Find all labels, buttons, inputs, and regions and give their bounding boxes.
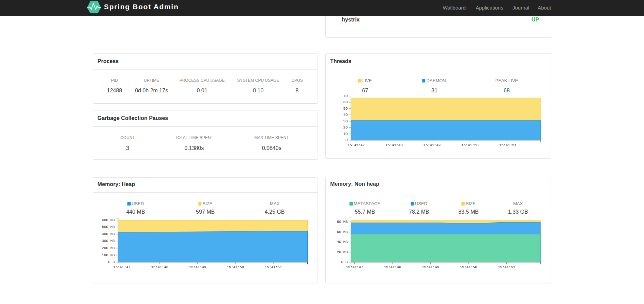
svg-text:4O MB: 4O MB [337, 240, 348, 244]
svg-text:15:41:49: 15:41:49 [424, 143, 441, 147]
svg-text:O: O [346, 138, 348, 142]
svg-text:15:41:48: 15:41:48 [385, 143, 402, 147]
svg-text:2O: 2O [343, 125, 348, 130]
svg-text:8O MB: 8O MB [337, 220, 348, 224]
svg-text:15:41:51: 15:41:51 [498, 265, 515, 269]
svg-text:15:41:49: 15:41:49 [189, 265, 206, 269]
svg-text:O B: O B [108, 260, 115, 264]
svg-text:15:41:51: 15:41:51 [499, 143, 516, 147]
svg-text:15:41:5O: 15:41:5O [461, 143, 478, 147]
svg-text:6O MB: 6O MB [337, 230, 348, 234]
svg-text:6O: 6O [343, 100, 348, 104]
svg-text:15:41:48: 15:41:48 [384, 265, 401, 269]
svg-text:1O: 1O [343, 132, 348, 136]
svg-text:4OO MB: 4OO MB [102, 232, 115, 236]
svg-text:3O: 3O [343, 119, 348, 123]
svg-text:15:41:47: 15:41:47 [348, 143, 365, 147]
svg-text:7O: 7O [343, 94, 348, 98]
svg-text:3OO MB: 3OO MB [102, 239, 115, 243]
svg-text:15:41:5O: 15:41:5O [460, 265, 477, 269]
svg-text:6OO MB: 6OO MB [102, 218, 115, 222]
svg-text:O B: O B [341, 260, 348, 264]
svg-text:2O MB: 2O MB [337, 250, 348, 254]
svg-text:1OO MB: 1OO MB [102, 253, 115, 257]
svg-text:15:41:49: 15:41:49 [422, 265, 439, 269]
svg-text:15:41:5O: 15:41:5O [227, 265, 244, 269]
svg-text:5OO MB: 5OO MB [102, 225, 115, 229]
svg-text:15:41:47: 15:41:47 [346, 265, 363, 269]
svg-text:2OO MB: 2OO MB [102, 246, 115, 250]
svg-text:5O: 5O [343, 107, 348, 111]
svg-text:15:41:47: 15:41:47 [113, 265, 130, 269]
svg-text:4O: 4O [343, 113, 348, 117]
svg-text:15:41:48: 15:41:48 [151, 265, 168, 269]
svg-text:15:41:51: 15:41:51 [265, 265, 282, 269]
